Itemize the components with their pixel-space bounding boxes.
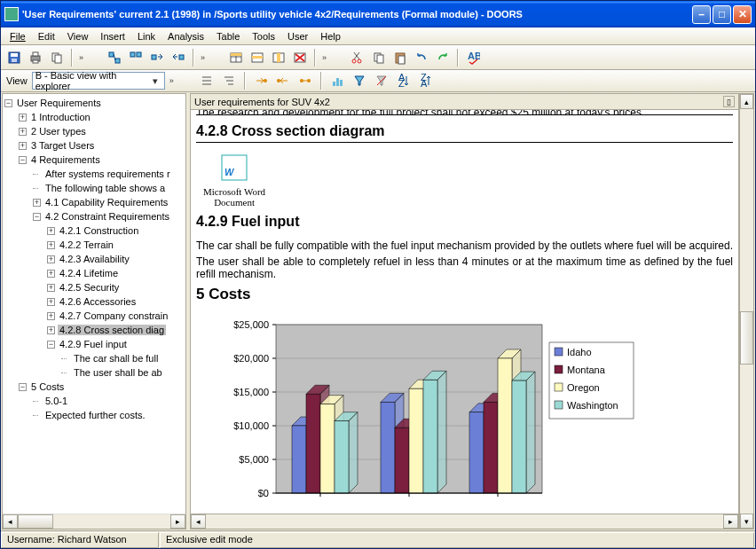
expand-icon[interactable]: +: [47, 255, 55, 263]
tree-node[interactable]: +4.2.5 Security: [3, 280, 185, 294]
scroll-up-icon[interactable]: ▴: [740, 94, 753, 109]
doc-vscrollbar[interactable]: ▴ ▾: [739, 93, 754, 529]
tree-node[interactable]: +4.2.2 Terrain: [3, 238, 185, 252]
link-in-icon[interactable]: [273, 71, 293, 90]
tree-node[interactable]: −4.2 Constraint Requirements: [3, 209, 185, 224]
tree-leaf[interactable]: The car shall be full: [3, 351, 185, 365]
tree-node[interactable]: +4.1 Capability Requirements: [3, 195, 185, 209]
toolbar-overflow-icon[interactable]: »: [77, 53, 85, 62]
tree-node[interactable]: −4.2.9 Fuel input: [3, 337, 185, 351]
scroll-left-icon[interactable]: ◂: [191, 514, 206, 529]
new-child-icon[interactable]: [126, 48, 146, 67]
heading-428[interactable]: 4.2.8 Cross section diagram: [196, 121, 733, 143]
tree-node[interactable]: +4.2.7 Company constrain: [3, 309, 185, 323]
tree-node[interactable]: +4.2.3 Availability: [3, 252, 185, 266]
costs-chart[interactable]: $0$5,000$10,000$15,000$20,000$25,000Idah…: [196, 305, 733, 511]
graph-icon[interactable]: [327, 71, 347, 90]
close-button[interactable]: ✕: [733, 5, 752, 24]
outline-1-icon[interactable]: [219, 71, 239, 90]
expand-icon[interactable]: +: [47, 312, 55, 320]
sort-desc-icon[interactable]: ZA: [416, 71, 436, 90]
tree-leaf[interactable]: The user shall be ab: [3, 365, 185, 380]
tree-leaf[interactable]: Expected further costs.: [3, 408, 185, 422]
link-out-icon[interactable]: [251, 71, 271, 90]
menu-link[interactable]: Link: [132, 29, 161, 43]
menu-insert[interactable]: Insert: [95, 29, 130, 43]
paste-icon[interactable]: [390, 48, 410, 67]
toolbar-overflow-icon[interactable]: »: [320, 53, 328, 62]
collapse-icon[interactable]: −: [33, 213, 41, 221]
expand-icon[interactable]: +: [47, 227, 55, 235]
scroll-left-icon[interactable]: ◂: [3, 514, 18, 529]
heading-429[interactable]: 4.2.9 Fuel input: [196, 211, 733, 232]
expand-icon[interactable]: +: [19, 142, 27, 150]
expand-icon[interactable]: +: [47, 326, 55, 334]
save-icon[interactable]: [4, 48, 24, 67]
menu-user[interactable]: User: [282, 29, 313, 43]
tree-leaf[interactable]: The following table shows a: [3, 181, 185, 195]
menu-help[interactable]: Help: [315, 29, 346, 43]
sort-asc-icon[interactable]: AZ: [394, 71, 413, 90]
menu-tools[interactable]: Tools: [247, 29, 280, 43]
tree-leaf[interactable]: 5.0-1: [3, 394, 185, 408]
doc-hscrollbar[interactable]: ◂ ▸: [191, 514, 738, 529]
expand-icon[interactable]: +: [47, 298, 55, 306]
collapse-icon[interactable]: −: [4, 99, 12, 107]
minimize-button[interactable]: –: [692, 5, 711, 24]
collapse-icon[interactable]: −: [19, 156, 27, 164]
tree-node[interactable]: +4.2.4 Lifetime: [3, 266, 185, 280]
expand-icon[interactable]: +: [47, 241, 55, 249]
scroll-track[interactable]: [740, 109, 753, 514]
copy2-icon[interactable]: [369, 48, 389, 67]
tree-node[interactable]: −5 Costs: [3, 380, 185, 394]
menu-file[interactable]: File: [4, 29, 31, 43]
scroll-track[interactable]: [18, 514, 170, 529]
demote-icon[interactable]: [169, 48, 188, 67]
scroll-thumb[interactable]: [18, 514, 53, 529]
delete-row-icon[interactable]: [290, 48, 310, 67]
tree-node[interactable]: +1 Introduction: [3, 110, 185, 124]
cut-icon[interactable]: [348, 48, 367, 67]
scroll-right-icon[interactable]: ▸: [723, 514, 738, 529]
maximize-button[interactable]: □: [713, 5, 731, 24]
print-icon[interactable]: [26, 48, 45, 67]
new-below-icon[interactable]: [105, 48, 124, 67]
menu-analysis[interactable]: Analysis: [162, 29, 209, 43]
toolbar-overflow-icon[interactable]: »: [168, 76, 176, 85]
tree-node-selected[interactable]: +4.2.8 Cross section diag: [3, 323, 185, 337]
insert-row-icon[interactable]: [248, 48, 267, 67]
scroll-right-icon[interactable]: ▸: [170, 514, 185, 529]
menu-edit[interactable]: Edit: [33, 29, 60, 43]
collapse-icon[interactable]: −: [19, 383, 27, 391]
requirement-text[interactable]: The research and development for the ful…: [196, 110, 733, 115]
spellcheck-icon[interactable]: ABC: [463, 48, 483, 67]
scroll-down-icon[interactable]: ▾: [740, 514, 753, 529]
link-both-icon[interactable]: [295, 71, 315, 90]
ole-object[interactable]: W Microsoft Word Document: [196, 148, 272, 211]
document-body[interactable]: The research and development for the ful…: [191, 110, 738, 514]
tree-node[interactable]: +3 Target Users: [3, 138, 185, 153]
copy-icon[interactable]: [47, 48, 67, 67]
outline-all-icon[interactable]: [197, 71, 217, 90]
tree-root[interactable]: −User Requirements: [3, 96, 185, 110]
menu-table[interactable]: Table: [211, 29, 245, 43]
table-icon[interactable]: [226, 48, 246, 67]
tree-leaf[interactable]: After systems requirements r: [3, 167, 185, 181]
collapse-icon[interactable]: −: [47, 341, 55, 349]
column-menu-icon[interactable]: ▯: [723, 96, 735, 107]
filter-off-icon[interactable]: [372, 71, 391, 90]
tree-node[interactable]: +4.2.6 Accessories: [3, 294, 185, 309]
redo-icon[interactable]: [433, 48, 453, 67]
undo-icon[interactable]: [412, 48, 431, 67]
requirement-text[interactable]: The car shall be fully compatible with t…: [196, 238, 733, 254]
heading-5[interactable]: 5 Costs: [196, 282, 733, 305]
expand-icon[interactable]: +: [19, 128, 27, 136]
expand-icon[interactable]: +: [19, 114, 27, 122]
scroll-track[interactable]: [206, 514, 723, 529]
filter-icon[interactable]: [350, 71, 369, 90]
tree-node[interactable]: +2 User types: [3, 124, 185, 138]
view-selector[interactable]: B - Basic view with explorer ▾: [32, 72, 165, 90]
expand-icon[interactable]: +: [47, 284, 55, 292]
toolbar-overflow-icon[interactable]: »: [199, 53, 207, 62]
expand-icon[interactable]: +: [33, 199, 41, 207]
